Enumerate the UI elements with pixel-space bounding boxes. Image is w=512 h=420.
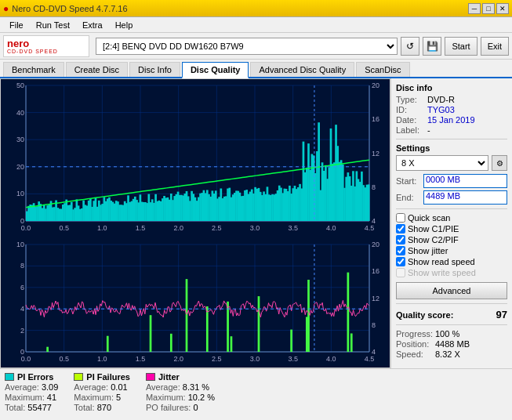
jitter-avg-value: 8.31 % [183,382,209,392]
pi-avg-label: Average: [5,382,39,392]
pi-errors-label: PI Errors [17,372,53,382]
write-speed-row: Show write speed [396,268,507,277]
drive-selector[interactable]: [2:4] BENQ DVD DD DW1620 B7W9 [96,38,398,55]
pif-max-label: Maximum: [74,393,114,402]
app-icon: ● [3,3,9,14]
start-label: Start: [396,176,423,186]
tab-advanced-disc-quality[interactable]: Advanced Disc Quality [250,62,354,77]
tab-disc-info[interactable]: Disc Info [129,62,180,77]
disc-label-label: Label: [396,125,427,135]
write-speed-label: Show write speed [408,268,476,277]
pif-total-row: Total: 870 [74,403,130,412]
quality-score-row: Quality score: 97 [396,309,507,320]
settings-speed-row: 1 X2 X4 X8 XMaximum ⚙ [396,155,507,171]
pi-total-label: Total: [5,403,25,412]
disc-label-row: Label: - [396,125,507,135]
pi-avg-value: 3.09 [42,382,58,392]
tab-scandisc[interactable]: ScanDisc [356,62,409,77]
quick-scan-checkbox[interactable] [396,213,405,223]
menu-file[interactable]: File [3,19,30,31]
jitter-header: Jitter [146,372,215,382]
c2pif-checkbox[interactable] [396,235,405,244]
refresh-button[interactable]: ↺ [401,37,419,56]
pi-failures-group: PI Failures Average: 0.01 Maximum: 5 Tot… [74,372,130,412]
jitter-max-row: Maximum: 10.2 % [146,393,215,402]
quality-score-value: 97 [496,309,507,320]
jitter-checkbox[interactable] [396,246,405,255]
jitter-avg-label: Average: [146,382,180,392]
toolbar: nero CD-DVD SPEED [2:4] BENQ DVD DD DW16… [0,33,512,60]
exit-button[interactable]: Exit [481,37,509,56]
write-speed-checkbox[interactable] [396,268,405,277]
end-field[interactable]: 4489 MB [423,190,507,205]
divider-3 [396,303,507,304]
speed-selector[interactable]: 1 X2 X4 X8 XMaximum [396,155,488,171]
end-label: End: [396,193,423,202]
speed-label: Speed: [396,349,435,359]
read-speed-checkbox[interactable] [396,257,405,266]
maximize-button[interactable]: □ [482,3,495,14]
pi-errors-color [5,373,14,381]
pi-max-label: Maximum: [5,393,45,402]
pif-avg-label: Average: [74,382,108,392]
pif-total-value: 870 [97,403,111,412]
settings-title: Settings [396,143,507,153]
speed-value: 8.32 X [435,349,460,359]
tab-create-disc[interactable]: Create Disc [66,62,128,77]
divider-2 [396,208,507,209]
c2pif-row: Show C2/PIF [396,235,507,244]
menu-run-test[interactable]: Run Test [30,19,76,31]
pi-failures-label: PI Failures [86,372,130,382]
c1pie-checkbox[interactable] [396,224,405,234]
menu-help[interactable]: Help [109,19,140,31]
tab-disc-quality[interactable]: Disc Quality [182,62,249,78]
bottom-chart-canvas [1,238,390,368]
read-speed-label: Show read speed [408,257,475,266]
jitter-stat-label: Jitter [158,372,180,382]
pif-max-value: 5 [116,393,121,402]
menubar: File Run Test Extra Help [0,17,512,33]
disc-id-row: ID: TYG03 [396,105,507,114]
end-mb-row: End: 4489 MB [396,190,507,205]
close-button[interactable]: ✕ [496,3,509,14]
position-label: Position: [396,339,435,349]
pif-total-label: Total: [74,403,94,412]
disc-info-title: Disc info [396,83,507,92]
menu-extra[interactable]: Extra [76,19,109,31]
disc-date-label: Date: [396,115,427,125]
tabs: Benchmark Create Disc Disc Info Disc Qua… [0,60,512,78]
settings-icon-btn[interactable]: ⚙ [492,155,507,171]
minimize-button[interactable]: ─ [468,3,481,14]
pi-max-value: 41 [47,393,56,402]
quick-scan-label: Quick scan [408,213,450,223]
disc-type-row: Type: DVD-R [396,95,507,104]
jitter-color [146,373,155,381]
titlebar-left: ● Nero CD-DVD Speed 4.7.7.16 [3,3,128,14]
chart-area [0,78,390,368]
right-panel: Disc info Type: DVD-R ID: TYG03 Date: 15… [390,78,512,368]
progress-value: 100 % [435,329,459,339]
save-button[interactable]: 💾 [423,37,441,56]
c1pie-row: Show C1/PIE [396,224,507,234]
advanced-button[interactable]: Advanced [396,282,507,299]
titlebar: ● Nero CD-DVD Speed 4.7.7.16 ─ □ ✕ [0,0,512,17]
nero-logo: nero CD-DVD SPEED [3,35,89,57]
main-content: Disc info Type: DVD-R ID: TYG03 Date: 15… [0,78,512,368]
tab-benchmark[interactable]: Benchmark [3,62,64,77]
titlebar-controls[interactable]: ─ □ ✕ [468,3,509,14]
progress-row: Progress: 100 % [396,329,507,339]
start-field[interactable]: 0000 MB [423,174,507,188]
po-label: PO failures: [146,403,191,412]
jitter-group: Jitter Average: 8.31 % Maximum: 10.2 % P… [146,372,215,412]
pi-avg-row: Average: 3.09 [5,382,58,392]
divider-4 [396,324,507,325]
top-chart-canvas [1,79,390,238]
read-speed-row: Show read speed [396,257,507,266]
pi-total-value: 55477 [27,403,52,412]
pif-avg-row: Average: 0.01 [74,382,130,392]
speed-row: Speed: 8.32 X [396,349,507,359]
start-button[interactable]: Start [445,37,477,56]
c2pif-label: Show C2/PIF [408,235,459,244]
divider-1 [396,139,507,139]
jitter-max-label: Maximum: [146,393,186,402]
